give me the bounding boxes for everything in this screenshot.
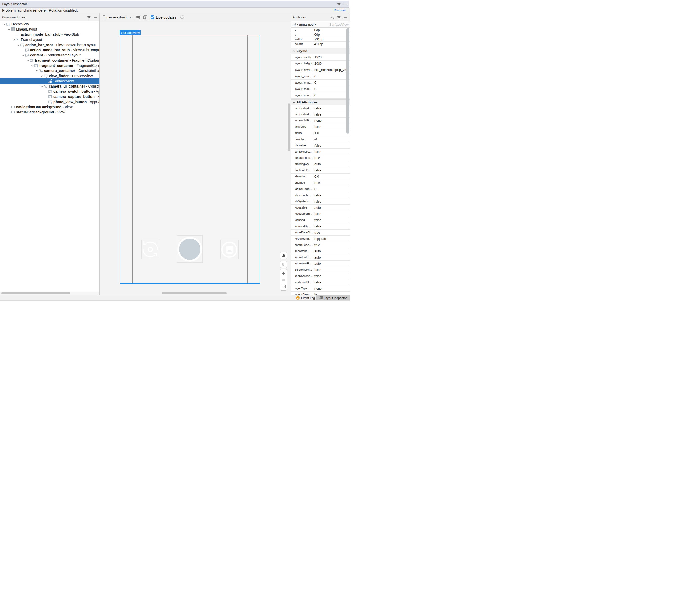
svg-text:?: ? xyxy=(51,90,52,93)
svg-text:?: ? xyxy=(27,54,29,57)
svg-text:?: ? xyxy=(23,44,24,47)
svg-text:?: ? xyxy=(51,101,52,104)
svg-text:?: ? xyxy=(36,64,38,67)
svg-text:?: ? xyxy=(51,96,52,99)
svg-text:?: ? xyxy=(27,49,29,52)
svg-text:?: ? xyxy=(32,59,33,62)
svg-text:?: ? xyxy=(8,23,10,26)
svg-text:?: ? xyxy=(46,75,47,78)
